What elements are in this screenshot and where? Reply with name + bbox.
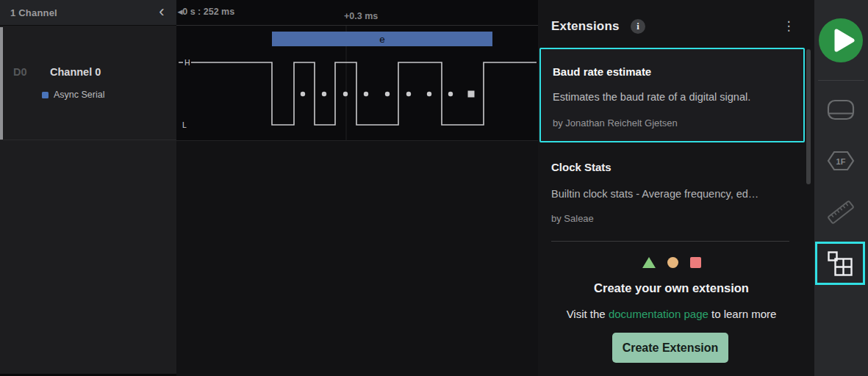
extensions-panel: Extensions i ⋮ Baud rate estimate Estima… [538,0,814,376]
stop-bit-marker [468,91,475,98]
right-toolbar: 1F [814,0,868,376]
ruler-measure-icon[interactable] [826,198,856,227]
channel-count-label: 1 Channel [10,7,57,18]
channel-index-label: D0 [13,66,27,78]
extension-author: by Jonathan Reichelt Gjetsen [553,118,678,129]
visit-suffix: to learn more [709,308,777,320]
decoded-byte-label: e [379,34,385,45]
collapse-sidebar-icon[interactable]: ‹ [153,2,171,23]
extensions-tab-active[interactable] [815,242,865,285]
analyzer-name-label: Async Serial [54,90,104,100]
capture-canvas[interactable]: ◂0 s : 252 ms +0.3 ms e H L [176,0,538,376]
square-shape [690,257,701,268]
analyzer-color-swatch [42,92,49,98]
extension-title: Clock Stats [551,161,611,173]
extension-author: by Saleae [551,213,594,224]
trigger-hex-icon[interactable]: 1F [827,151,855,171]
timeline-offset-label: +0.3 ms [344,11,378,21]
extension-title: Baud rate estimate [553,65,651,78]
documentation-link[interactable]: documentation page [609,308,709,320]
panel-scrollbar[interactable] [806,49,811,184]
extension-description: Estimates the baud rate of a digital sig… [553,91,750,103]
info-icon[interactable]: i [631,19,645,34]
visit-prefix: Visit the [567,308,609,320]
documentation-hint: Visit the documentation page to learn mo… [538,308,805,320]
analyzer-item[interactable]: Async Serial [42,90,104,100]
waveform-svg: e H L [176,26,538,141]
hexagon-label: 1F [836,157,846,166]
channel-waveform[interactable]: e H L [176,26,538,141]
extensions-icon [827,250,853,277]
channels-header: 1 Channel ‹ [0,0,176,26]
device-icon[interactable] [826,99,856,121]
high-level-label: H [184,58,190,67]
channels-sidebar: 1 Channel ‹ D0 Channel 0 Async Serial [0,0,176,374]
create-extension-heading: Create your own extension [538,281,805,295]
channel-row[interactable]: D0 Channel 0 Async Serial [0,27,176,140]
extension-description: Builtin clock stats - Average frequency,… [551,188,758,200]
panel-title: Extensions [551,19,620,34]
kebab-menu-icon[interactable]: ⋮ [782,18,795,35]
decorative-shapes [538,256,805,268]
extension-card-clock-stats[interactable]: Clock Stats Builtin clock stats - Averag… [538,151,805,234]
extension-card-baud-rate[interactable]: Baud rate estimate Estimates the baud ra… [539,48,805,142]
circle-shape [667,257,678,268]
divider [818,80,864,81]
low-level-label: L [182,120,187,129]
channel-name-label: Channel 0 [50,66,101,78]
play-capture-button[interactable] [819,18,863,62]
timeline-range-label: ◂0 s : 252 ms [178,6,234,17]
play-icon [819,18,863,62]
triangle-shape [642,257,656,268]
timeline-ruler[interactable]: ◂0 s : 252 ms +0.3 ms [176,0,538,26]
divider [551,241,789,242]
create-extension-button[interactable]: Create Extension [612,333,728,363]
logic-analyzer-app: 1 Channel ‹ D0 Channel 0 Async Serial ◂0… [0,0,868,376]
sample-point-markers [301,91,475,98]
